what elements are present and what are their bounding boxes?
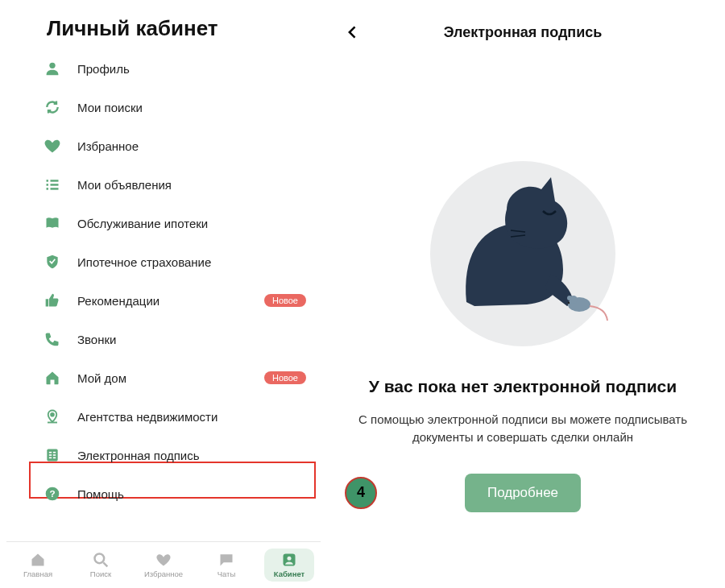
menu-item-label: Ипотечное страхование <box>77 255 211 269</box>
menu-item-mortgage-insurance[interactable]: Ипотечное страхование <box>44 242 321 281</box>
step-number-badge: 4 <box>345 477 377 509</box>
nav-label: Главная <box>23 569 52 578</box>
svg-rect-12 <box>49 454 52 456</box>
svg-rect-5 <box>47 188 49 190</box>
menu-item-agencies[interactable]: Агентства недвижимости <box>44 397 321 436</box>
menu-item-help[interactable]: ? Помощь <box>44 474 321 513</box>
empty-state-heading: У вас пока нет электронной подписи <box>345 375 701 398</box>
search-icon <box>93 552 109 568</box>
house-icon <box>44 369 61 387</box>
cta-row: 4 Подробнее <box>345 474 701 512</box>
menu-item-searches[interactable]: Мои поиски <box>44 88 321 126</box>
menu-item-label: Избранное <box>77 139 139 153</box>
person-icon <box>44 60 61 77</box>
svg-rect-1 <box>47 180 49 182</box>
heart-icon <box>155 552 172 568</box>
thumbs-up-icon <box>44 292 61 309</box>
nav-search[interactable]: Поиск <box>76 549 126 582</box>
nav-label: Чаты <box>218 569 236 578</box>
menu-item-label: Звонки <box>77 333 116 346</box>
menu-item-label: Мой дом <box>77 371 126 385</box>
menu-item-label: Рекомендации <box>77 294 160 308</box>
svg-rect-4 <box>51 184 59 186</box>
menu-item-esignature[interactable]: Электронная подпись <box>44 436 321 474</box>
menu-item-mortgage-service[interactable]: Обслуживание ипотеки <box>44 204 321 242</box>
back-button[interactable] <box>345 24 364 40</box>
svg-rect-10 <box>49 452 52 453</box>
question-icon: ? <box>44 485 61 503</box>
svg-rect-6 <box>51 188 59 190</box>
svg-point-21 <box>288 557 292 561</box>
menu-item-profile[interactable]: Профиль <box>44 49 321 88</box>
svg-rect-3 <box>47 184 49 186</box>
nav-label: Кабинет <box>274 569 304 578</box>
shield-check-icon <box>44 253 61 271</box>
svg-point-26 <box>567 296 572 300</box>
right-pane: Электронная подпись <box>321 0 725 588</box>
list-icon <box>44 176 61 193</box>
svg-line-19 <box>103 562 107 566</box>
illustration-circle <box>430 161 615 346</box>
left-pane: Личный кабинет Профиль Мои поиски Избран… <box>0 0 321 588</box>
new-badge: Новое <box>264 294 306 307</box>
page-title: Личный кабинет <box>6 0 321 49</box>
menu-item-label: Мои объявления <box>77 178 172 192</box>
svg-point-27 <box>568 302 570 304</box>
menu-item-label: Обслуживание ипотеки <box>77 217 208 230</box>
svg-rect-15 <box>53 458 56 459</box>
detail-title: Электронная подпись <box>345 24 701 41</box>
heart-icon <box>44 137 61 155</box>
menu-item-label: Помощь <box>77 487 124 501</box>
new-badge: Новое <box>264 371 306 384</box>
nav-account[interactable]: Кабинет <box>264 549 314 582</box>
cat-and-mouse-icon <box>430 161 615 346</box>
svg-rect-13 <box>53 454 56 456</box>
menu-item-label: Профиль <box>77 62 130 76</box>
svg-point-7 <box>51 413 54 416</box>
svg-rect-9 <box>47 449 57 462</box>
menu-item-listings[interactable]: Мои объявления <box>44 165 321 204</box>
nav-favorites[interactable]: Избранное <box>139 549 188 582</box>
menu-item-recommendations[interactable]: Рекомендации Новое <box>44 281 321 320</box>
svg-point-18 <box>95 554 105 564</box>
menu-item-calls[interactable]: Звонки <box>44 320 321 358</box>
nav-label: Избранное <box>144 569 183 578</box>
account-icon <box>281 552 297 568</box>
book-icon <box>44 214 61 232</box>
detail-header: Электронная подпись <box>345 16 701 48</box>
nav-label: Поиск <box>90 569 111 578</box>
menu: Профиль Мои поиски Избранное Мои объявле… <box>6 49 321 541</box>
document-icon <box>44 446 61 464</box>
location-pin-icon <box>44 408 61 425</box>
bottom-nav: Главная Поиск Избранное Чаты Кабинет <box>6 541 321 588</box>
svg-rect-2 <box>51 180 59 182</box>
menu-item-favorites[interactable]: Избранное <box>44 126 321 165</box>
svg-rect-11 <box>53 452 56 453</box>
svg-rect-14 <box>49 458 52 459</box>
nav-chats[interactable]: Чаты <box>201 549 251 582</box>
svg-text:?: ? <box>49 488 55 499</box>
empty-illustration <box>345 161 701 346</box>
chat-icon <box>218 552 234 568</box>
empty-state-description: С помощью электронной подписи вы можете … <box>345 411 701 446</box>
nav-home[interactable]: Главная <box>13 549 63 582</box>
learn-more-button[interactable]: Подробнее <box>465 474 581 512</box>
refresh-icon <box>44 98 61 116</box>
phone-icon <box>44 330 61 348</box>
menu-item-label: Агентства недвижимости <box>77 410 218 424</box>
menu-item-my-home[interactable]: Мой дом Новое <box>44 358 321 397</box>
menu-item-label: Электронная подпись <box>77 449 200 462</box>
menu-item-label: Мои поиски <box>77 101 143 114</box>
home-icon <box>30 552 46 568</box>
svg-point-0 <box>49 63 55 68</box>
